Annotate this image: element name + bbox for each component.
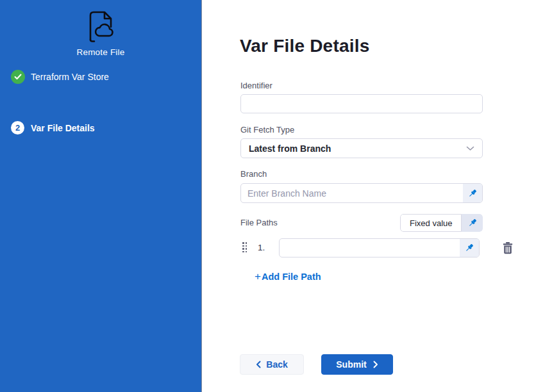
trash-icon[interactable] bbox=[502, 241, 515, 255]
row-index: 1. bbox=[258, 243, 265, 252]
submit-button[interactable]: Submit bbox=[321, 354, 393, 375]
file-paths-label: File Paths bbox=[240, 218, 278, 227]
var-file-details-form: Var File Details Identifier Git Fetch Ty… bbox=[203, 0, 536, 392]
page-title: Var File Details bbox=[240, 36, 369, 56]
back-button[interactable]: Back bbox=[240, 354, 304, 375]
sidebar-item-var-file-details[interactable]: 2 Var File Details bbox=[0, 121, 201, 136]
file-paths-multitype-selector: Fixed value bbox=[400, 214, 483, 232]
chevron-right-icon bbox=[373, 361, 378, 368]
var-file-details-dialog: Remote File Terraform Var Store 2 Var Fi… bbox=[0, 0, 536, 392]
chevron-down-icon bbox=[466, 146, 474, 151]
branch-input[interactable] bbox=[241, 184, 463, 202]
branch-label: Branch bbox=[240, 169, 267, 179]
sidebar-item-label: Var File Details bbox=[31, 123, 95, 133]
file-path-field bbox=[279, 238, 480, 257]
file-path-input[interactable] bbox=[280, 239, 460, 257]
wizard-sidebar: Remote File Terraform Var Store 2 Var Fi… bbox=[0, 0, 202, 392]
pin-icon[interactable] bbox=[462, 214, 483, 232]
step-number-badge: 2 bbox=[11, 121, 24, 135]
pin-icon[interactable] bbox=[463, 184, 482, 202]
branch-field bbox=[240, 183, 483, 203]
sidebar-item-label: Terraform Var Store bbox=[31, 72, 109, 82]
check-circle-icon bbox=[11, 70, 25, 84]
git-fetch-type-label: Git Fetch Type bbox=[240, 125, 294, 135]
fixed-value-button[interactable]: Fixed value bbox=[400, 214, 462, 232]
identifier-label: Identifier bbox=[240, 81, 272, 90]
add-file-path-button[interactable]: + Add File Path bbox=[255, 272, 321, 282]
file-path-row: 1. bbox=[203, 238, 536, 258]
add-file-path-label: Add File Path bbox=[262, 272, 321, 282]
chevron-left-icon bbox=[256, 361, 261, 368]
back-button-label: Back bbox=[266, 359, 287, 370]
pin-icon[interactable] bbox=[460, 239, 479, 257]
file-cloud-icon bbox=[81, 8, 117, 45]
submit-button-label: Submit bbox=[336, 359, 366, 370]
git-fetch-type-select[interactable]: Latest from Branch bbox=[240, 138, 483, 158]
sidebar-item-terraform-var-store[interactable]: Terraform Var Store bbox=[0, 70, 201, 85]
store-type-label: Remote File bbox=[0, 47, 201, 57]
identifier-input[interactable] bbox=[240, 94, 483, 113]
plus-icon: + bbox=[255, 272, 261, 281]
git-fetch-type-value: Latest from Branch bbox=[249, 143, 466, 154]
drag-handle-icon[interactable] bbox=[242, 242, 249, 254]
